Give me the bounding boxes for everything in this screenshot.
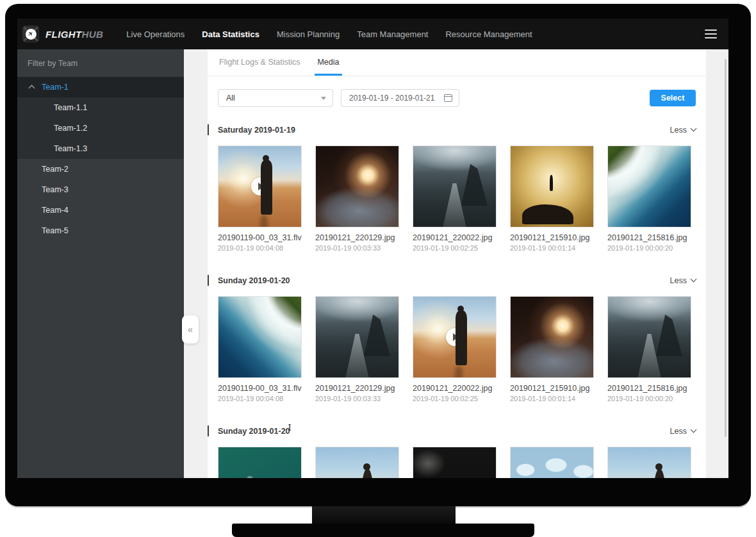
media-filename: 20190121_220022.jpg: [413, 384, 497, 393]
section-accent-bar: [208, 275, 209, 286]
calendar-icon: [444, 94, 452, 102]
team-label: Team-5: [42, 226, 69, 235]
media-thumbnail[interactable]: [413, 296, 497, 378]
chevron-down-icon: [691, 126, 697, 132]
media-filename: 20190119-00_03_31.flv: [218, 384, 302, 393]
tab-flight-logs[interactable]: Flight Logs & Statistics: [218, 49, 301, 76]
media-card: 20190121_215816.jpg2019-01-19 00:00:20: [607, 296, 691, 402]
section-toggle[interactable]: Less: [670, 427, 696, 436]
media-filename: 20190121_215910.jpg: [510, 384, 594, 393]
sidebar-item-team-4[interactable]: Team-4: [17, 200, 184, 220]
sidebar-item-team-1[interactable]: Team-1: [17, 77, 184, 97]
media-thumbnail[interactable]: [315, 296, 399, 378]
sidebar-item-team-3[interactable]: Team-3: [17, 179, 184, 200]
media-thumbnail[interactable]: [413, 145, 497, 227]
team-label: Team-1.1: [54, 103, 87, 112]
section-title: Sunday 2019-01-20: [218, 276, 290, 285]
sidebar-item-team-1-2[interactable]: Team-1.2: [17, 118, 184, 138]
sidebar-collapse-button[interactable]: «: [182, 315, 199, 343]
sidebar: Filter by Team Team-1 Team-1.1 Team-1.2 …: [17, 49, 184, 478]
media-thumbnail[interactable]: [607, 145, 691, 227]
monitor-stand-base: [232, 524, 534, 537]
nav-resource-management[interactable]: Resource Management: [445, 29, 532, 39]
media-thumbnail[interactable]: [510, 296, 594, 378]
monitor-stand-neck: [312, 506, 456, 524]
media-card: 20190121_215816.jpg2019-01-19 00:00:20: [607, 145, 691, 252]
media-timestamp: 2019-01-19 00:01:14: [510, 395, 594, 402]
section-title: Saturday 2019-01-19: [218, 126, 295, 135]
section-toggle-label: Less: [670, 276, 687, 285]
team-label: Team-1: [42, 83, 69, 92]
caret-down-icon: [321, 97, 326, 100]
media-filename: 20190121_220129.jpg: [315, 233, 399, 242]
section-toggle[interactable]: Less: [670, 126, 696, 135]
logo-wordmark: FLIGHTHUB: [45, 29, 103, 40]
section-toggle-label: Less: [670, 126, 687, 135]
scrollbar[interactable]: [725, 59, 727, 437]
hamburger-icon[interactable]: [705, 29, 717, 39]
media-thumbnail[interactable]: [218, 447, 302, 478]
nav-live-operations[interactable]: Live Operations: [126, 29, 185, 39]
media-thumbnail[interactable]: [413, 447, 497, 478]
media-thumbnail[interactable]: [218, 296, 302, 378]
team-1-group: Team-1 Team-1.1 Team-1.2 Team-1.3: [17, 77, 184, 159]
media-section: Saturday 2019-01-19Less20190119-00_03_31…: [218, 124, 696, 252]
media-card: [607, 447, 691, 478]
team-label: Team-4: [42, 206, 69, 215]
nav-team-management[interactable]: Team Management: [357, 29, 428, 39]
media-thumbnail[interactable]: [607, 447, 691, 478]
media-thumbnail[interactable]: [510, 145, 594, 227]
select-button[interactable]: Select: [650, 90, 696, 106]
media-timestamp: 2019-01-19 00:01:14: [510, 244, 594, 252]
media-timestamp: 2019-01-19 00:03:33: [315, 244, 399, 252]
nav-mission-planning[interactable]: Mission Planning: [277, 29, 340, 39]
media-card: 20190121_220129.jpg2019-01-19 00:03:33: [315, 145, 399, 252]
section-header: Sunday 2019-01-20ILess: [218, 425, 696, 436]
media-timestamp: 2019-01-19 00:04:08: [218, 244, 302, 252]
page: ✈ FLIGHTHUB Live Operations Data Statist…: [0, 0, 756, 537]
media-grid: 20190119-00_03_31.flv2019-01-19 00:04:08…: [218, 145, 696, 252]
date-range-value: 2019-01-19 - 2019-01-21: [349, 94, 434, 103]
team-label: Team-2: [42, 165, 69, 174]
section-toggle[interactable]: Less: [670, 276, 696, 285]
content-area: « Flight Logs & Statistics Media All 201…: [184, 49, 728, 478]
media-filename: 20190121_220022.jpg: [413, 233, 497, 242]
main-nav: Live Operations Data Statistics Mission …: [126, 29, 532, 39]
media-timestamp: 2019-01-19 00:03:33: [315, 395, 399, 402]
drone-logo-icon: ✈: [22, 26, 39, 42]
media-sections: Saturday 2019-01-19Less20190119-00_03_31…: [218, 124, 696, 478]
text-cursor-pointer: I: [288, 423, 292, 433]
date-range-input[interactable]: 2019-01-19 - 2019-01-21: [341, 89, 459, 107]
media-thumbnail[interactable]: [218, 145, 302, 227]
media-thumbnail[interactable]: [607, 296, 691, 378]
sidebar-item-team-5[interactable]: Team-5: [17, 220, 184, 241]
nav-data-statistics[interactable]: Data Statistics: [202, 29, 259, 39]
media-type-dropdown[interactable]: All: [218, 89, 333, 107]
collapse-chevrons-icon: «: [188, 324, 193, 335]
team-label: Team-1.3: [54, 144, 87, 153]
sidebar-title: Filter by Team: [17, 49, 184, 77]
media-card: [510, 447, 594, 478]
media-thumbnail[interactable]: [315, 145, 399, 227]
section-accent-bar: [208, 124, 209, 135]
section-accent-bar: [208, 425, 209, 436]
sidebar-item-team-1-3[interactable]: Team-1.3: [17, 138, 184, 159]
media-thumbnail[interactable]: [510, 447, 594, 478]
play-icon[interactable]: [446, 328, 464, 346]
flighthub-logo: ✈ FLIGHTHUB: [22, 26, 103, 42]
tab-media[interactable]: Media: [316, 49, 340, 76]
sidebar-item-team-2[interactable]: Team-2: [17, 159, 184, 179]
media-card: 20190119-00_03_31.flv2019-01-19 00:04:08: [218, 145, 302, 252]
media-section: Sunday 2019-01-20Less20190119-00_03_31.f…: [218, 275, 696, 402]
media-thumbnail[interactable]: [315, 447, 399, 478]
media-grid: [218, 447, 696, 478]
play-icon[interactable]: [251, 178, 269, 195]
media-timestamp: 2019-01-19 00:02:25: [413, 244, 497, 252]
drone-orb-icon: ✈: [26, 29, 37, 40]
sidebar-item-team-1-1[interactable]: Team-1.1: [17, 97, 184, 118]
section-header: Sunday 2019-01-20Less: [218, 275, 696, 286]
section-header: Saturday 2019-01-19Less: [218, 124, 696, 135]
media-timestamp: 2019-01-19 00:02:25: [413, 395, 497, 402]
media-timestamp: 2019-01-19 00:00:20: [607, 244, 691, 252]
media-card: 20190121_215910.jpg2019-01-19 00:01:14: [510, 296, 594, 402]
